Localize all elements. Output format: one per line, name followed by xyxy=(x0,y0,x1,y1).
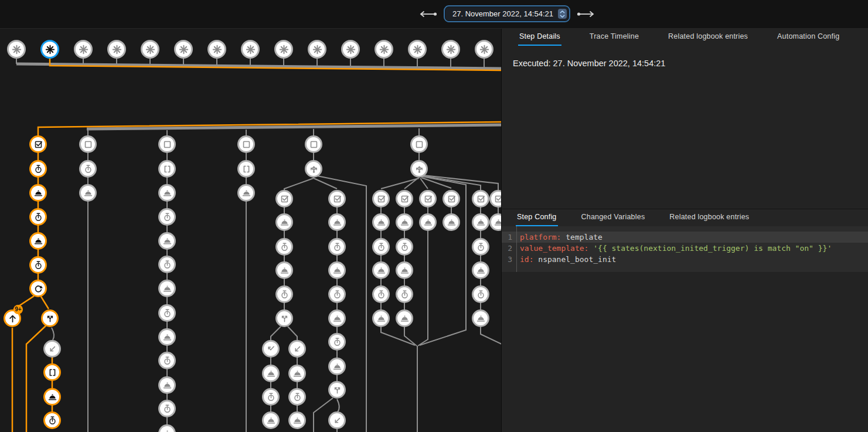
graph-node-checkbox-blank[interactable] xyxy=(79,135,97,153)
tab-related-logbook-entries-bottom[interactable]: Related logbook entries xyxy=(668,213,750,226)
graph-node-asterisk[interactable] xyxy=(7,40,26,59)
graph-node-service[interactable] xyxy=(158,280,176,297)
graph-node-checkbox-marked[interactable] xyxy=(442,190,460,208)
graph-node-checkbox-blank[interactable] xyxy=(410,135,428,153)
graph-node-checkbox-marked[interactable] xyxy=(29,135,47,153)
graph-node-asterisk[interactable] xyxy=(341,40,360,59)
graph-node-timer[interactable] xyxy=(372,285,390,303)
graph-node-service[interactable] xyxy=(29,184,47,202)
graph-node-service[interactable] xyxy=(328,261,346,279)
graph-node-timer[interactable] xyxy=(396,285,413,303)
graph-node-asterisk[interactable] xyxy=(308,40,326,59)
graph-node-service[interactable] xyxy=(472,213,489,231)
graph-node-checkbox-blank[interactable] xyxy=(237,135,255,153)
graph-node-timer[interactable] xyxy=(43,411,61,429)
tab-related-logbook-entries[interactable]: Related logbook entries xyxy=(667,32,749,46)
graph-node-timer[interactable] xyxy=(29,256,47,274)
graph-node-service[interactable] xyxy=(79,184,97,202)
graph-node-asterisk[interactable] xyxy=(107,40,126,59)
graph-node-service[interactable] xyxy=(372,309,390,327)
tab-step-config[interactable]: Step Config xyxy=(516,213,558,226)
graph-node-service[interactable] xyxy=(237,184,255,202)
graph-node-asterisk[interactable] xyxy=(207,40,226,59)
yaml-code-editor[interactable]: 1 platform: template 2 value_template: '… xyxy=(502,226,868,272)
graph-node-brackets[interactable] xyxy=(158,160,176,178)
graph-node-service[interactable] xyxy=(29,232,47,250)
graph-node-asterisk[interactable] xyxy=(274,40,293,59)
graph-node-service[interactable] xyxy=(158,328,176,346)
graph-node-checkbox-marked[interactable] xyxy=(372,190,390,208)
graph-node-asterisk[interactable] xyxy=(475,40,493,59)
graph-node-service[interactable] xyxy=(396,309,413,327)
graph-node-service[interactable] xyxy=(262,365,280,382)
graph-node-checkbox-marked[interactable] xyxy=(275,190,293,208)
graph-node-timer[interactable] xyxy=(262,388,280,406)
graph-node-timer[interactable] xyxy=(328,285,346,303)
next-run-arrow-icon[interactable] xyxy=(577,11,594,18)
graph-node-service[interactable] xyxy=(158,424,176,432)
graph-node-timer[interactable] xyxy=(288,388,306,406)
graph-node-service[interactable] xyxy=(262,411,280,429)
tab-trace-timeline[interactable]: Trace Timeline xyxy=(588,32,640,46)
graph-node-timer[interactable] xyxy=(328,238,346,256)
tab-automation-config[interactable]: Automation Config xyxy=(776,32,840,46)
graph-node-arrow-bottom-left[interactable] xyxy=(43,340,61,358)
graph-node-checkbox-marked[interactable] xyxy=(328,190,346,208)
graph-node-asterisk[interactable] xyxy=(74,40,93,59)
tab-step-details[interactable]: Step Details xyxy=(518,32,561,46)
graph-node-service[interactable] xyxy=(288,411,306,429)
tab-changed-variables[interactable]: Changed Variables xyxy=(580,213,646,226)
graph-node-timer[interactable] xyxy=(396,238,413,256)
graph-node-checkbox-marked[interactable] xyxy=(472,190,489,208)
graph-node-timer[interactable] xyxy=(472,238,489,256)
graph-node-service[interactable] xyxy=(158,184,176,202)
graph-node-timer[interactable] xyxy=(158,304,176,322)
graph-node-arrow-bottom-left[interactable] xyxy=(288,340,306,358)
graph-node-repeat[interactable] xyxy=(29,280,47,297)
graph-node-timer[interactable] xyxy=(372,238,390,256)
graph-node-service[interactable] xyxy=(472,309,489,327)
graph-node-call-split[interactable] xyxy=(328,381,346,399)
graph-node-service[interactable] xyxy=(158,232,176,250)
graph-node-service[interactable] xyxy=(396,213,413,231)
previous-run-arrow-icon[interactable] xyxy=(420,11,437,18)
trace-graph-canvas[interactable]: 9+ xyxy=(0,0,501,432)
graph-node-timer[interactable] xyxy=(29,160,47,178)
graph-node-service[interactable] xyxy=(396,261,413,279)
graph-node-timer[interactable] xyxy=(275,238,293,256)
graph-node-checkbox-marked[interactable] xyxy=(419,190,437,208)
graph-node-timer[interactable] xyxy=(472,285,489,303)
graph-node-service[interactable] xyxy=(328,358,346,375)
graph-node-asterisk[interactable] xyxy=(241,40,260,59)
graph-node-asterisk[interactable] xyxy=(174,40,193,59)
graph-node-service[interactable] xyxy=(275,213,293,231)
graph-node-timer[interactable] xyxy=(79,160,97,178)
graph-node-service[interactable] xyxy=(442,213,460,231)
graph-node-asterisk[interactable] xyxy=(375,40,393,59)
graph-node-checkbox-marked[interactable] xyxy=(396,190,413,208)
run-datetime-select[interactable]: 27. November 2022, 14:54:21 xyxy=(445,6,569,21)
graph-node-timer[interactable] xyxy=(275,285,293,303)
graph-node-timer[interactable] xyxy=(29,208,47,226)
graph-node-timer[interactable] xyxy=(158,208,176,226)
graph-node-timer[interactable] xyxy=(328,333,346,351)
graph-node-arrow-decision[interactable] xyxy=(410,160,428,178)
graph-node-service[interactable] xyxy=(419,213,437,231)
graph-node-checkbox-blank[interactable] xyxy=(305,135,322,153)
graph-node-arrow-bottom-left[interactable] xyxy=(328,411,346,429)
graph-node-service[interactable] xyxy=(489,213,501,231)
graph-node-asterisk[interactable] xyxy=(408,40,427,59)
graph-node-asterisk[interactable] xyxy=(40,40,59,59)
graph-node-call-missed[interactable] xyxy=(262,340,280,358)
graph-node-service[interactable] xyxy=(275,261,293,279)
graph-node-checkbox-marked[interactable] xyxy=(489,190,501,208)
graph-node-timer[interactable] xyxy=(158,400,176,417)
graph-node-timer[interactable] xyxy=(158,256,176,273)
graph-node-service[interactable] xyxy=(472,261,489,279)
graph-node-brackets[interactable] xyxy=(237,160,255,178)
graph-node-call-split[interactable] xyxy=(41,309,59,327)
graph-node-brackets[interactable] xyxy=(43,363,61,381)
graph-node-checkbox-blank[interactable] xyxy=(158,135,176,153)
graph-node-service[interactable] xyxy=(328,309,346,327)
graph-node-service[interactable] xyxy=(43,388,61,406)
